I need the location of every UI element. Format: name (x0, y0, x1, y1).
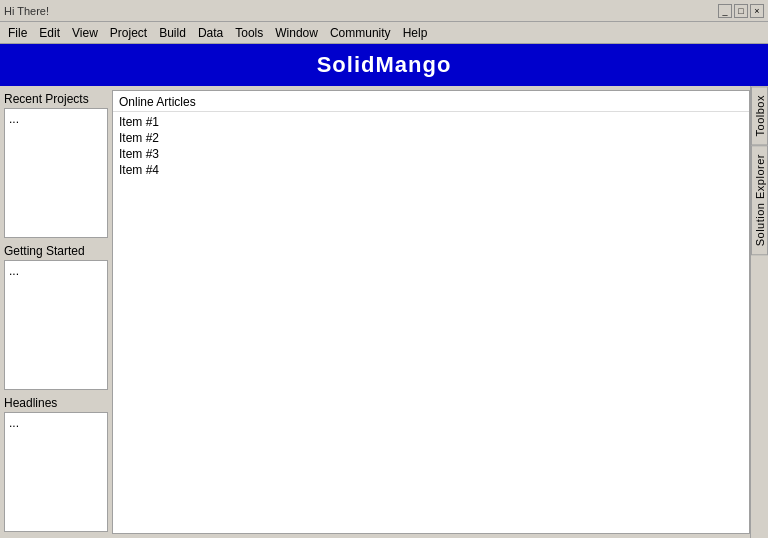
menu-tools[interactable]: Tools (229, 24, 269, 42)
menu-build[interactable]: Build (153, 24, 192, 42)
menu-data[interactable]: Data (192, 24, 229, 42)
getting-started-label: Getting Started (4, 242, 108, 260)
menu-window[interactable]: Window (269, 24, 324, 42)
right-panel: Toolbox Solution Explorer (750, 86, 768, 538)
title-bar: Hi There! _ □ × (0, 0, 768, 22)
menu-view[interactable]: View (66, 24, 104, 42)
center-panel: Online Articles Item #1 Item #2 Item #3 … (112, 90, 750, 534)
center-panel-items: Item #1 Item #2 Item #3 Item #4 (113, 112, 749, 180)
menu-community[interactable]: Community (324, 24, 397, 42)
recent-projects-box: ... (4, 108, 108, 238)
recent-projects-content: ... (7, 111, 105, 127)
main-content: Recent Projects ... Getting Started ... … (0, 86, 768, 538)
center-item-3: Item #3 (119, 146, 743, 162)
minimize-button[interactable]: _ (718, 4, 732, 18)
maximize-button[interactable]: □ (734, 4, 748, 18)
menu-file[interactable]: File (2, 24, 33, 42)
headlines-label: Headlines (4, 394, 108, 412)
headlines-section: Headlines ... (4, 394, 108, 532)
center-item-2: Item #2 (119, 130, 743, 146)
recent-projects-section: Recent Projects ... (4, 90, 108, 238)
toolbox-tab[interactable]: Toolbox (751, 86, 768, 145)
getting-started-content: ... (7, 263, 105, 279)
title-bar-text: Hi There! (4, 5, 49, 17)
center-item-1: Item #1 (119, 114, 743, 130)
menu-help[interactable]: Help (397, 24, 434, 42)
getting-started-section: Getting Started ... (4, 242, 108, 390)
headlines-content: ... (7, 415, 105, 431)
left-sidebar: Recent Projects ... Getting Started ... … (0, 86, 112, 538)
recent-projects-label: Recent Projects (4, 90, 108, 108)
center-panel-header: Online Articles (113, 91, 749, 112)
center-item-4: Item #4 (119, 162, 743, 178)
solution-explorer-tab[interactable]: Solution Explorer (751, 145, 768, 255)
menu-edit[interactable]: Edit (33, 24, 66, 42)
banner: SolidMango (0, 44, 768, 86)
menu-project[interactable]: Project (104, 24, 153, 42)
headlines-box: ... (4, 412, 108, 532)
menu-bar: File Edit View Project Build Data Tools … (0, 22, 768, 44)
getting-started-box: ... (4, 260, 108, 390)
title-bar-buttons: _ □ × (718, 4, 764, 18)
banner-title: SolidMango (317, 52, 452, 78)
close-button[interactable]: × (750, 4, 764, 18)
